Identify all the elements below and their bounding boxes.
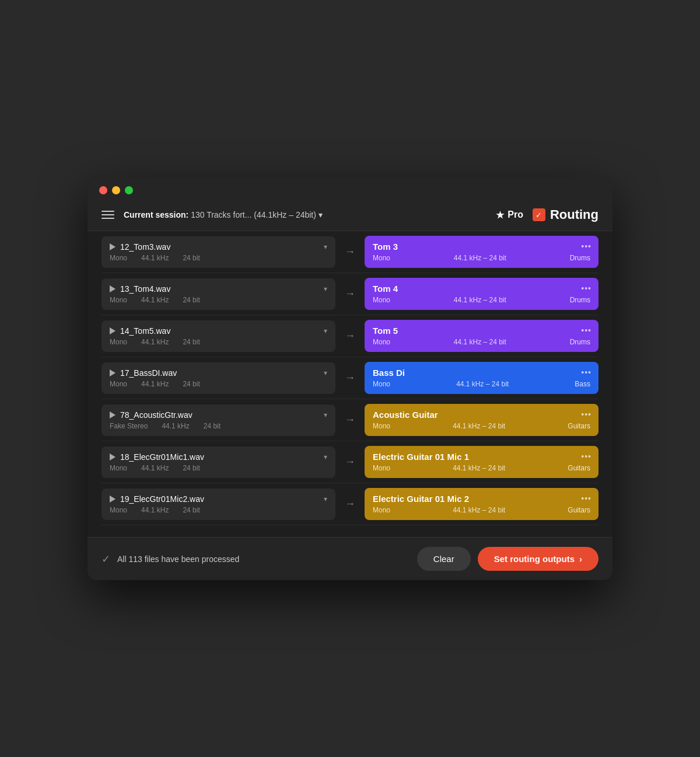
track-dropdown-arrow[interactable]: ▾ <box>324 285 327 293</box>
clear-button[interactable]: Clear <box>417 547 471 571</box>
play-icon[interactable] <box>110 453 116 461</box>
track-output-6: ••• Electric Guitar 01 Mic 2 Mono 44.1 k… <box>365 488 598 520</box>
pro-star: ★ <box>496 210 504 221</box>
track-name-row: 17_BassDI.wav ▾ <box>110 368 327 378</box>
track-dropdown-arrow[interactable]: ▾ <box>324 327 327 335</box>
routing-label: Routing <box>550 207 598 222</box>
output-meta: Mono 44.1 kHz – 24 bit Guitars <box>373 422 590 430</box>
output-category: Guitars <box>568 422 590 430</box>
route-arrow-icon: → <box>345 246 355 258</box>
set-routing-label: Set routing outputs <box>494 554 575 564</box>
play-icon[interactable] <box>110 243 116 250</box>
track-filename: 13_Tom4.wav <box>120 284 170 294</box>
output-category: Drums <box>570 254 590 262</box>
session-dropdown-arrow[interactable]: ▾ <box>318 210 323 219</box>
output-rate: 44.1 kHz – 24 bit <box>453 422 505 430</box>
track-dropdown-arrow[interactable]: ▾ <box>324 411 327 419</box>
output-name: Bass Di <box>373 368 590 378</box>
routing-badge: ✓ Routing <box>533 207 598 222</box>
track-options-icon[interactable]: ••• <box>581 284 592 293</box>
route-arrow-icon: → <box>345 330 355 342</box>
track-options-icon[interactable]: ••• <box>581 452 592 461</box>
output-meta: Mono 44.1 kHz – 24 bit Guitars <box>373 506 590 514</box>
pro-badge: ★ Pro <box>496 210 523 221</box>
maximize-button[interactable] <box>125 186 133 194</box>
output-meta: Mono 44.1 kHz – 24 bit Drums <box>373 254 590 262</box>
track-dropdown-arrow[interactable]: ▾ <box>324 243 327 251</box>
track-options-icon[interactable]: ••• <box>581 410 592 419</box>
track-name-row: 13_Tom4.wav ▾ <box>110 284 327 294</box>
processed-info: ✓ All 113 files have been processed <box>102 553 239 566</box>
output-rate: 44.1 kHz – 24 bit <box>453 506 505 514</box>
track-dropdown-arrow[interactable]: ▾ <box>324 369 327 377</box>
play-icon[interactable] <box>110 369 116 376</box>
track-row: 12_Tom3.wav ▾ Mono 44.1 kHz 24 bit → •••… <box>102 231 598 273</box>
track-meta: Mono 44.1 kHz 24 bit <box>110 464 327 472</box>
output-category: Guitars <box>568 506 590 514</box>
track-output-4: ••• Acoustic Guitar Mono 44.1 kHz – 24 b… <box>365 404 598 436</box>
output-meta: Mono 44.1 kHz – 24 bit Drums <box>373 296 590 304</box>
track-name: 19_ElecGtr01Mic2.wav <box>110 494 204 504</box>
track-left-5: 18_ElecGtr01Mic1.wav ▾ Mono 44.1 kHz 24 … <box>102 446 335 478</box>
track-bit: 24 bit <box>183 296 200 304</box>
output-category: Guitars <box>568 464 590 472</box>
route-arrow-icon: → <box>345 456 355 468</box>
track-bit: 24 bit <box>183 464 200 472</box>
play-icon[interactable] <box>110 496 116 503</box>
route-arrow-icon: → <box>345 414 355 426</box>
track-filename: 78_AcousticGtr.wav <box>120 410 192 420</box>
close-button[interactable] <box>99 186 107 194</box>
track-row: 78_AcousticGtr.wav ▾ Fake Stereo 44.1 kH… <box>102 399 598 441</box>
track-filename: 12_Tom3.wav <box>120 242 170 252</box>
track-meta: Mono 44.1 kHz 24 bit <box>110 254 327 262</box>
output-category: Drums <box>570 296 590 304</box>
track-options-icon[interactable]: ••• <box>581 326 592 335</box>
play-icon[interactable] <box>110 285 116 292</box>
output-format: Mono <box>373 380 390 388</box>
content-area: 12_Tom3.wav ▾ Mono 44.1 kHz 24 bit → •••… <box>88 231 612 537</box>
track-rate: 44.1 kHz <box>141 254 169 262</box>
track-format: Mono <box>110 338 127 346</box>
app-header: Current session: 130 Tracks fort... (44.… <box>88 201 612 231</box>
output-category: Bass <box>575 380 590 388</box>
track-meta: Fake Stereo 44.1 kHz 24 bit <box>110 422 327 430</box>
output-format: Mono <box>373 506 390 514</box>
output-name: Tom 4 <box>373 284 590 294</box>
track-dropdown-arrow[interactable]: ▾ <box>324 495 327 503</box>
play-icon[interactable] <box>110 411 116 418</box>
track-output-1: ••• Tom 4 Mono 44.1 kHz – 24 bit Drums <box>365 278 598 310</box>
track-row: 19_ElecGtr01Mic2.wav ▾ Mono 44.1 kHz 24 … <box>102 483 598 525</box>
output-name: Electric Guitar 01 Mic 1 <box>373 452 590 462</box>
track-dropdown-arrow[interactable]: ▾ <box>324 453 327 461</box>
track-meta: Mono 44.1 kHz 24 bit <box>110 380 327 388</box>
set-routing-button[interactable]: Set routing outputs › <box>478 547 598 571</box>
track-filename: 14_Tom5.wav <box>120 326 170 336</box>
output-format: Mono <box>373 464 390 472</box>
track-format: Mono <box>110 380 127 388</box>
track-rate: 44.1 kHz <box>141 338 169 346</box>
output-meta: Mono 44.1 kHz – 24 bit Drums <box>373 338 590 346</box>
routing-checkbox[interactable]: ✓ <box>533 208 545 221</box>
menu-button[interactable] <box>102 211 114 219</box>
track-format: Mono <box>110 296 127 304</box>
track-rate: 44.1 kHz <box>141 506 169 514</box>
track-left-4: 78_AcousticGtr.wav ▾ Fake Stereo 44.1 kH… <box>102 404 335 436</box>
track-format: Mono <box>110 254 127 262</box>
track-options-icon[interactable]: ••• <box>581 494 592 503</box>
pro-label: Pro <box>508 210 523 220</box>
track-output-2: ••• Tom 5 Mono 44.1 kHz – 24 bit Drums <box>365 320 598 352</box>
track-meta: Mono 44.1 kHz 24 bit <box>110 296 327 304</box>
track-filename: 17_BassDI.wav <box>120 368 177 378</box>
output-meta: Mono 44.1 kHz – 24 bit Bass <box>373 380 590 388</box>
track-options-icon[interactable]: ••• <box>581 242 592 251</box>
track-format: Fake Stereo <box>110 422 148 430</box>
minimize-button[interactable] <box>112 186 120 194</box>
route-arrow-icon: → <box>345 498 355 510</box>
play-icon[interactable] <box>110 327 116 334</box>
track-options-icon[interactable]: ••• <box>581 368 592 377</box>
track-bit: 24 bit <box>183 380 200 388</box>
track-name-row: 14_Tom5.wav ▾ <box>110 326 327 336</box>
output-format: Mono <box>373 422 390 430</box>
output-rate: 44.1 kHz – 24 bit <box>454 296 506 304</box>
track-output-0: ••• Tom 3 Mono 44.1 kHz – 24 bit Drums <box>365 236 598 268</box>
